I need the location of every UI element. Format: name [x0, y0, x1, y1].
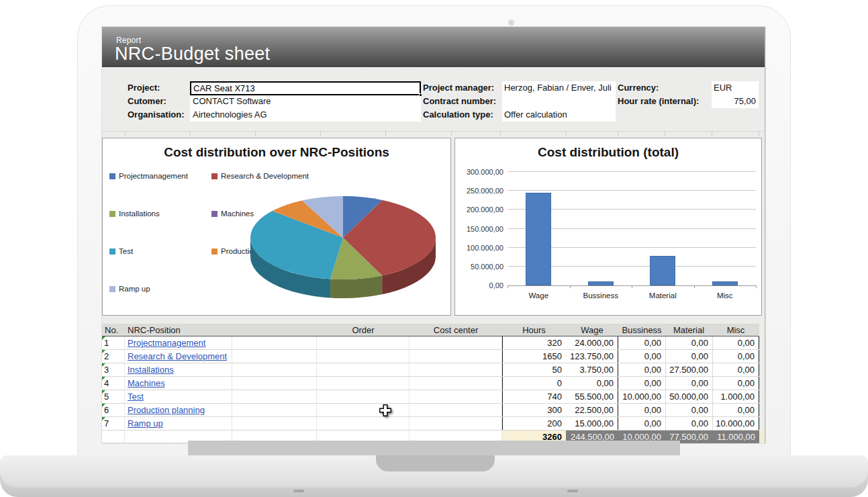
bar-plot-area [508, 172, 756, 285]
row-number: 7 [102, 417, 125, 430]
table-row: 4Machines00,000,000,000,00 [102, 377, 759, 390]
nrc-position-link[interactable]: Projectmanagement [125, 338, 205, 348]
wage-cell: 22.500,00 [566, 404, 618, 416]
material-cell: 0,00 [665, 377, 712, 390]
table-row: 6Production planning30022.500,000,000,00… [102, 404, 759, 417]
bar-chart-frame: Cost distribution (total) 0,0050.000,001… [454, 138, 762, 316]
hours-cell: 50 [502, 363, 566, 376]
column-header: Material [665, 324, 712, 336]
contract-number-value-cell[interactable] [504, 95, 616, 108]
empty-cell [232, 377, 317, 390]
budget-table-header: No.NRC-PositionOrderCost centerHoursWage… [102, 324, 759, 336]
column-header: Hours [502, 324, 566, 336]
empty-cell [232, 390, 317, 403]
project-manager-value-cell[interactable]: Herzog, Fabian / Enver, Juli [504, 81, 617, 95]
nrc-position-link[interactable]: Ramp up [125, 418, 163, 428]
legend-item: Research & Development [211, 172, 319, 181]
bussiness-cell: 0,00 [618, 377, 665, 390]
laptop-foot [567, 490, 578, 492]
wage-cell: 123.750,00 [566, 350, 618, 363]
legend-swatch-icon [109, 173, 115, 179]
y-axis-tick-label: 0,00 [456, 281, 503, 289]
fill-handle[interactable] [419, 93, 422, 97]
x-axis-category-label: Misc [694, 291, 756, 300]
bar-misc [712, 281, 738, 285]
bar-bussiness [588, 281, 614, 285]
material-cell: 0,00 [665, 336, 712, 349]
legend-label: Installations [119, 210, 160, 218]
laptop-foot [293, 490, 304, 492]
column-header: Bussiness [618, 324, 665, 336]
laptop-base [0, 455, 868, 497]
calculation-type-value-cell[interactable]: Offer calculation [504, 108, 616, 122]
currency-value-cell[interactable]: EUR [714, 81, 757, 95]
gridline [508, 285, 756, 286]
hours-cell: 320 [502, 336, 566, 349]
cost-center-cell [409, 363, 502, 376]
table-row: 7Ramp up20015.000,000,000,0010.000,00 [102, 417, 759, 431]
organisation-value-cell[interactable]: Airtechnologies AG [193, 108, 421, 122]
column-header: Order [317, 324, 409, 336]
legend-label: Ramp up [119, 285, 150, 293]
cost-center-cell [409, 404, 502, 416]
row-number: 4 [102, 377, 125, 390]
nrc-position-link[interactable]: Machines [125, 378, 165, 388]
project-value-cell[interactable]: CAR Seat X713 [190, 81, 421, 95]
excel-plus-cursor-icon[interactable] [379, 404, 391, 416]
comment-indicator-icon [102, 363, 105, 367]
column-header: Misc [712, 324, 759, 336]
legend-item: Installations [109, 210, 211, 219]
customer-value-cell[interactable]: CONTACT Software [193, 95, 421, 108]
empty-cell [232, 417, 317, 430]
nrc-position-link[interactable]: Test [125, 392, 144, 402]
y-axis-tick-label: 300.000,00 [456, 168, 503, 176]
bussiness-cell: 0,00 [618, 350, 665, 363]
row-number: 1 [102, 336, 125, 349]
bussiness-cell: 0,00 [618, 404, 665, 416]
legend-label: Machines [221, 210, 254, 218]
nrc-position-cell: Ramp up [125, 417, 232, 430]
cost-center-cell [409, 417, 502, 430]
table-row: 2Research & Development1650123.750,000,0… [102, 350, 759, 363]
webcam-icon [508, 19, 514, 26]
customer-label: Cutomer: [128, 95, 166, 108]
cost-center-cell [409, 377, 502, 390]
empty-cell [232, 404, 317, 416]
calculation-type-label: Calculation type: [423, 108, 493, 122]
nrc-position-link[interactable]: Research & Development [125, 351, 227, 361]
comment-indicator-icon [102, 336, 105, 340]
organisation-label: Organisation: [128, 108, 185, 122]
legend-item: Test [109, 247, 211, 257]
column-header [232, 324, 317, 336]
wage-cell: 55.500,00 [566, 390, 618, 403]
empty-cell [232, 336, 317, 349]
cost-center-cell [409, 336, 502, 349]
nrc-position-cell: Production planning [125, 404, 232, 416]
spreadsheet-screen: Report NRC-Budget sheet Project: Cutomer… [102, 27, 765, 443]
bar-wage [526, 193, 551, 285]
bussiness-cell: 10.000,00 [618, 390, 665, 403]
order-cell [317, 363, 409, 376]
cost-center-cell [409, 350, 502, 363]
column-header: Wage [566, 324, 618, 336]
order-cell [317, 336, 409, 349]
material-cell: 50.000,00 [665, 390, 712, 403]
nrc-position-cell: Test [125, 390, 232, 403]
bussiness-cell: 0,00 [618, 417, 665, 430]
pie-3d [250, 195, 438, 303]
hour-rate-value-cell[interactable]: 75,00 [712, 95, 756, 108]
bar-chart-title: Cost distribution (total) [455, 145, 761, 160]
y-axis-tick-label: 200.000,00 [456, 206, 503, 214]
gridline [508, 190, 756, 191]
nrc-position-link[interactable]: Installations [125, 365, 174, 375]
column-header: No. [102, 324, 125, 336]
total-row-tail-cell [759, 431, 765, 443]
x-axis-category-label: Bussiness [570, 291, 632, 300]
nrc-position-link[interactable]: Production planning [125, 405, 205, 415]
legend-swatch-icon [211, 248, 218, 255]
bussiness-cell: 0,00 [618, 336, 665, 349]
row-number: 2 [102, 350, 125, 363]
legend-swatch-icon [211, 211, 218, 217]
y-axis-tick-label: 250.000,00 [456, 187, 503, 195]
legend-label: Research & Development [221, 172, 309, 180]
